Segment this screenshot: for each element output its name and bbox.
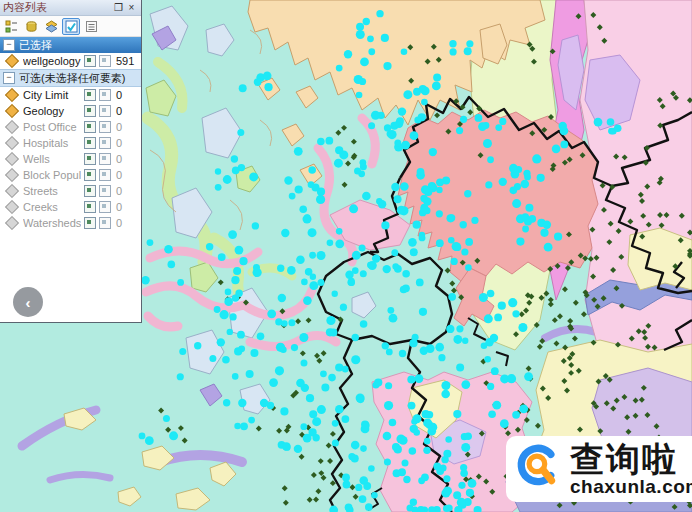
layer-name: Post Office — [23, 121, 81, 133]
watermark: 查询啦 chaxunla.com — [506, 436, 692, 502]
list-by-source-icon[interactable] — [22, 18, 40, 35]
selectable-section-label: 可选(未选择任何要素) — [19, 71, 125, 86]
clear-selection-icon[interactable] — [99, 201, 111, 213]
layer-list: City Limit0Geology0Post Office0Hospitals… — [0, 87, 141, 231]
layer-name: Watersheds — [23, 217, 81, 229]
sidebar-item-block-population[interactable]: Block Population0 — [0, 167, 141, 183]
selection-count: 0 — [116, 169, 138, 181]
layer-symbol-icon — [5, 216, 19, 230]
layer-symbol-icon — [5, 120, 19, 134]
layer-symbol-icon — [5, 104, 19, 118]
panel-toolbar — [0, 16, 141, 37]
layer-symbol-icon — [5, 152, 19, 166]
toggle-selectable-icon[interactable] — [84, 137, 96, 149]
clear-selection-icon[interactable] — [99, 185, 111, 197]
layer-symbol-icon — [5, 136, 19, 150]
layer-name: City Limit — [23, 89, 81, 101]
layer-name: Streets — [23, 185, 81, 197]
selection-count: 0 — [116, 121, 138, 133]
options-menu-icon[interactable] — [82, 18, 100, 35]
list-by-visibility-icon[interactable] — [42, 18, 60, 35]
toggle-selectable-icon[interactable] — [84, 153, 96, 165]
layer-name: wellgeology — [23, 55, 81, 67]
chaxunla-logo-icon — [514, 442, 564, 496]
toggle-selectable-icon[interactable] — [84, 89, 96, 101]
layer-symbol-icon — [5, 54, 19, 68]
sidebar-item-city-limit[interactable]: City Limit0 — [0, 87, 141, 103]
selection-count: 0 — [116, 105, 138, 117]
layer-name: Geology — [23, 105, 81, 117]
collapse-icon[interactable]: − — [3, 72, 15, 84]
selected-section-header[interactable]: − 已选择 — [0, 37, 141, 53]
toggle-selectable-icon[interactable] — [84, 121, 96, 133]
list-by-selection-icon[interactable] — [62, 18, 80, 35]
selectable-section-header[interactable]: − 可选(未选择任何要素) — [0, 69, 141, 87]
panel-titlebar: 内容列表 ❐ × — [0, 0, 141, 16]
float-panel-icon[interactable]: ❐ — [112, 1, 125, 14]
layer-name: Block Population — [23, 169, 81, 181]
sidebar-item-post-office[interactable]: Post Office0 — [0, 119, 141, 135]
toggle-selectable-icon[interactable] — [84, 55, 96, 67]
clear-selection-icon[interactable] — [99, 169, 111, 181]
clear-selection-icon[interactable] — [99, 217, 111, 229]
panel-title: 内容列表 — [3, 0, 112, 15]
close-panel-icon[interactable]: × — [125, 1, 138, 14]
selection-count: 0 — [116, 89, 138, 101]
selection-count: 0 — [116, 153, 138, 165]
selected-section-label: 已选择 — [19, 38, 52, 53]
collapse-icon[interactable]: − — [3, 39, 15, 51]
clear-selection-icon[interactable] — [99, 137, 111, 149]
selection-count: 591 — [116, 55, 138, 67]
toggle-selectable-icon[interactable] — [84, 217, 96, 229]
sidebar-item-streets[interactable]: Streets0 — [0, 183, 141, 199]
selection-count: 0 — [116, 201, 138, 213]
table-of-contents-panel: 内容列表 ❐ × − 已选择 wellgeology 591 − 可选(未选择任… — [0, 0, 142, 323]
layer-symbol-icon — [5, 88, 19, 102]
clear-selection-icon[interactable] — [99, 89, 111, 101]
list-by-drawing-order-icon[interactable] — [2, 18, 20, 35]
toggle-selectable-icon[interactable] — [84, 201, 96, 213]
layer-symbol-icon — [5, 168, 19, 182]
sidebar-item-creeks[interactable]: Creeks0 — [0, 199, 141, 215]
toggle-selectable-icon[interactable] — [84, 185, 96, 197]
layer-name: Creeks — [23, 201, 81, 213]
layer-name: Wells — [23, 153, 81, 165]
sidebar-item-hospitals[interactable]: Hospitals0 — [0, 135, 141, 151]
clear-selection-icon[interactable] — [99, 153, 111, 165]
layer-symbol-icon — [5, 200, 19, 214]
toggle-selectable-icon[interactable] — [84, 105, 96, 117]
clear-selection-icon[interactable] — [99, 121, 111, 133]
sidebar-item-wells[interactable]: Wells0 — [0, 151, 141, 167]
clear-selection-icon[interactable] — [99, 55, 111, 67]
layer-row-wellgeology[interactable]: wellgeology 591 — [0, 53, 141, 69]
watermark-domain: chaxunla.com — [570, 477, 692, 496]
toggle-selectable-icon[interactable] — [84, 169, 96, 181]
layer-name: Hospitals — [23, 137, 81, 149]
watermark-text: 查询啦 chaxunla.com — [570, 442, 692, 496]
clear-selection-icon[interactable] — [99, 105, 111, 117]
watermark-brand: 查询啦 — [570, 442, 692, 476]
selection-count: 0 — [116, 185, 138, 197]
selection-count: 0 — [116, 217, 138, 229]
selection-count: 0 — [116, 137, 138, 149]
sidebar-item-watersheds[interactable]: Watersheds0 — [0, 215, 141, 231]
sidebar-item-geology[interactable]: Geology0 — [0, 103, 141, 119]
collapse-panel-button[interactable]: ‹ — [13, 287, 43, 317]
layer-symbol-icon — [5, 184, 19, 198]
